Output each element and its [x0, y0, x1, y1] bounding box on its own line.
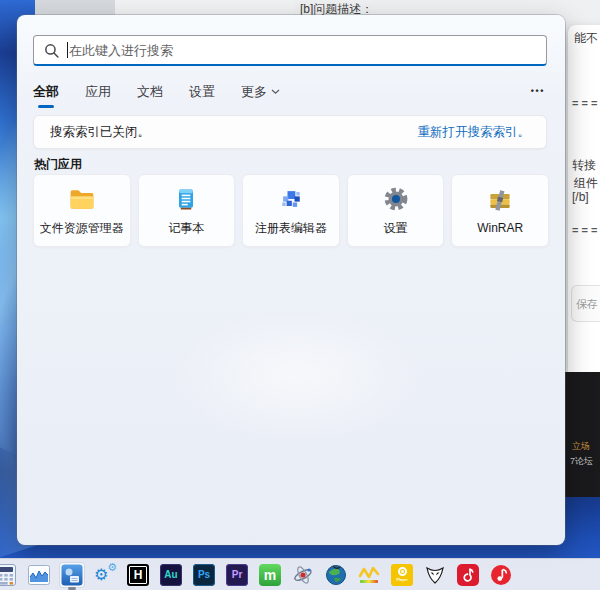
- taskbar-item-netease-cloud-music[interactable]: [455, 562, 481, 588]
- forum-text-fragment: 能不: [574, 30, 598, 47]
- background-page-footer[interactable]: [565, 372, 600, 497]
- foobar-head-icon: [425, 565, 445, 585]
- app-tile-registry-editor[interactable]: 注册表编辑器: [242, 174, 340, 247]
- forum-text-fragment: = = =: [572, 224, 597, 236]
- panel-glow: [167, 305, 427, 445]
- tab-settings[interactable]: 设置: [189, 83, 215, 101]
- player-ring-glyph: [398, 567, 407, 576]
- forum-text-fragment: [/b]: [572, 190, 589, 204]
- top-apps-heading: 热门应用: [34, 156, 82, 173]
- search-flyout: 全部 应用 文档 设置 更多 ••• 搜索索引已关闭。 重新打开搜索索引。: [17, 15, 565, 545]
- taskbar-item-music-app[interactable]: [488, 562, 514, 588]
- active-window-indicator: [68, 587, 76, 590]
- taskbar-item-adobe-audition[interactable]: Au: [158, 562, 184, 588]
- app-tile-notepad[interactable]: 记事本: [138, 174, 236, 247]
- chevron-down-icon: [271, 89, 280, 95]
- taskbar-item-calculator[interactable]: [0, 562, 19, 588]
- taskbar-item-foobar2000[interactable]: [422, 562, 448, 588]
- tab-more[interactable]: 更多: [241, 83, 280, 101]
- top-apps-row: 文件资源管理器 记事本: [33, 174, 549, 247]
- h-app-icon: H: [127, 564, 149, 586]
- ellipsis-icon: •••: [531, 86, 545, 96]
- app-tile-label: 注册表编辑器: [255, 220, 327, 237]
- music-note-icon: [491, 565, 511, 585]
- tab-documents[interactable]: 文档: [137, 83, 163, 101]
- background-window-strip[interactable]: [115, 0, 295, 16]
- reopen-index-link[interactable]: 重新打开搜索索引。: [418, 124, 531, 141]
- app-tile-label: 设置: [384, 220, 408, 237]
- app-tile-label: WinRAR: [477, 221, 523, 235]
- background-window-strip[interactable]: [35, 0, 115, 16]
- taskbar-item-goldwave[interactable]: [356, 562, 382, 588]
- text-caret: [67, 42, 68, 58]
- player-icon: Player: [391, 564, 413, 586]
- app-tile-label: 记事本: [168, 220, 204, 237]
- forum-text-fragment: 转接: [572, 157, 596, 174]
- taskbar-item-active-window[interactable]: [59, 562, 85, 588]
- search-box: [33, 35, 547, 66]
- gears-icon: ⚙ ⚙: [93, 563, 117, 587]
- netease-music-icon: [457, 564, 479, 586]
- notepad-icon: [172, 185, 200, 213]
- search-index-banner: 搜索索引已关闭。 重新打开搜索索引。: [33, 115, 547, 149]
- tab-apps[interactable]: 应用: [85, 83, 111, 101]
- footer-text-fragment: 立场: [572, 440, 590, 453]
- tab-all[interactable]: 全部: [33, 83, 59, 101]
- app-tile-file-explorer[interactable]: 文件资源管理器: [33, 174, 131, 247]
- gear-glyph: ⚙: [107, 562, 117, 573]
- taskbar-item-atom-app[interactable]: [290, 562, 316, 588]
- waveform-icon: [358, 564, 380, 586]
- forum-text-fragment: 保存: [576, 297, 598, 312]
- premiere-icon: Pr: [226, 564, 248, 586]
- search-filter-tabs: 全部 应用 文档 设置 更多: [33, 82, 280, 102]
- taskbar-item-adobe-premiere[interactable]: Pr: [224, 562, 250, 588]
- app-tile-settings[interactable]: 设置: [347, 174, 445, 247]
- mediainfo-icon: m: [259, 564, 281, 586]
- audition-icon: Au: [160, 564, 182, 586]
- gear-icon: [382, 185, 410, 213]
- globe-icon: [325, 564, 347, 586]
- atom-icon: [292, 564, 314, 586]
- taskbar-item-media-player[interactable]: Player: [389, 562, 415, 588]
- taskbar: ⚙ ⚙ H Au Ps Pr m: [0, 558, 600, 590]
- search-input[interactable]: [34, 36, 546, 64]
- active-app-icon: [61, 564, 83, 586]
- forum-text-fragment: = = =: [572, 97, 597, 109]
- app-tile-winrar[interactable]: WinRAR: [451, 174, 549, 247]
- banner-message: 搜索索引已关闭。: [50, 124, 150, 141]
- desktop: [b]问题描述： 能不 = = = 转接 组件 [/b] = = = 保存 立场…: [0, 0, 600, 590]
- more-options-button[interactable]: •••: [525, 81, 551, 101]
- photoshop-icon: Ps: [193, 564, 215, 586]
- taskbar-item-handbrake[interactable]: H: [125, 562, 151, 588]
- taskbar-item-gears-utility[interactable]: ⚙ ⚙: [92, 562, 118, 588]
- taskbar-item-mediainfo[interactable]: m: [257, 562, 283, 588]
- taskbar-item-task-manager[interactable]: [26, 562, 52, 588]
- registry-cubes-icon: [277, 185, 305, 213]
- app-tile-label: 文件资源管理器: [40, 220, 124, 237]
- taskbar-item-adobe-photoshop[interactable]: Ps: [191, 562, 217, 588]
- taskbar-item-globe-app[interactable]: [323, 562, 349, 588]
- folder-icon: [68, 185, 96, 213]
- footer-text-fragment: 7论坛: [570, 455, 593, 468]
- calculator-icon: [0, 564, 16, 586]
- performance-graph-icon: [28, 565, 50, 585]
- winrar-books-icon: [486, 186, 514, 214]
